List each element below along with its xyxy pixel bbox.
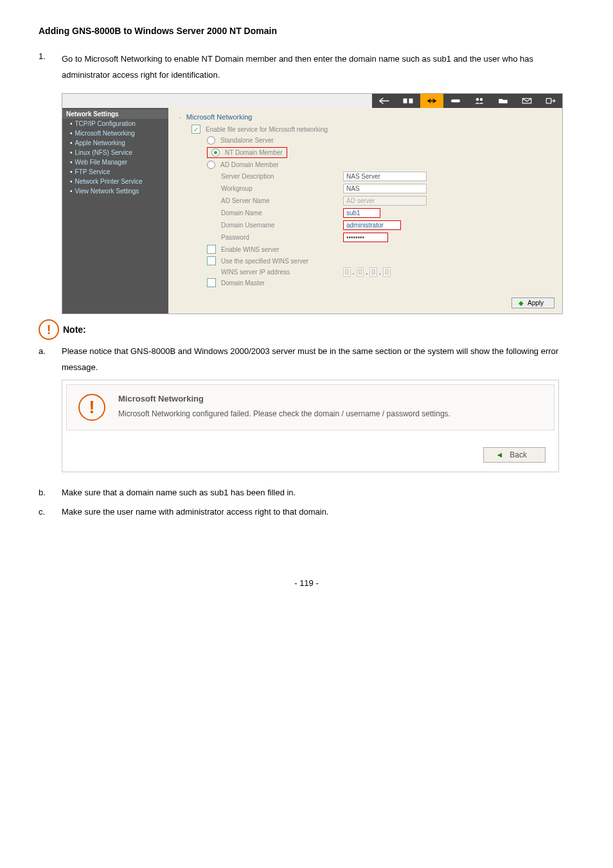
svg-rect-1 bbox=[409, 99, 413, 104]
main-pane: -Microsoft Networking ✓ Enable file serv… bbox=[168, 108, 562, 314]
wins-enable-checkbox[interactable] bbox=[207, 245, 216, 254]
toolbar-icon-drive[interactable] bbox=[443, 94, 467, 108]
domain-master-checkbox[interactable] bbox=[207, 278, 216, 287]
sidebar-header: Network Settings bbox=[62, 109, 168, 119]
letter-c: c. bbox=[39, 504, 51, 520]
server-desc-label: Server Description bbox=[207, 173, 343, 180]
ip-oct-1[interactable]: 0 bbox=[343, 267, 351, 277]
toolbar-icon-exit[interactable] bbox=[538, 94, 562, 108]
toolbar-icon-users[interactable] bbox=[467, 94, 491, 108]
note-c: c. Make sure the user name with administ… bbox=[39, 504, 574, 520]
note-label: Note: bbox=[63, 324, 86, 335]
workgroup-label: Workgroup bbox=[207, 185, 343, 192]
radio-addomain[interactable] bbox=[207, 161, 215, 169]
note-b-text: Make sure that a domain name such as sub… bbox=[62, 485, 296, 501]
letter-a: a. bbox=[39, 344, 51, 375]
sidebar: Network Settings •TCP/IP Configuration •… bbox=[62, 108, 168, 314]
radio-ntdomain[interactable] bbox=[211, 148, 220, 157]
sidebar-item-tcpip[interactable]: •TCP/IP Configuration bbox=[62, 119, 168, 128]
error-body: Microsoft Networking configured failed. … bbox=[118, 409, 542, 420]
svg-point-4 bbox=[480, 98, 483, 102]
sidebar-item-printer[interactable]: •Network Printer Service bbox=[62, 177, 168, 186]
toolbar-icon-network[interactable] bbox=[420, 94, 443, 108]
sidebar-item-msnet[interactable]: •Microsoft Networking bbox=[62, 128, 168, 138]
sidebar-item-ftp[interactable]: •FTP Service bbox=[62, 167, 168, 177]
svg-rect-0 bbox=[404, 99, 407, 104]
ip-oct-4[interactable]: 0 bbox=[383, 267, 391, 277]
domainuser-input[interactable]: administrator bbox=[343, 220, 401, 230]
nt-domain-highlight: NT Domain Member bbox=[207, 147, 287, 158]
sidebar-item-nfs[interactable]: •Linux (NFS) Service bbox=[62, 148, 168, 157]
apply-icon: ◆ bbox=[519, 299, 524, 306]
password-label: Password bbox=[207, 234, 343, 241]
pane-title: -Microsoft Networking bbox=[179, 113, 555, 121]
standalone-label: Standalone Server bbox=[220, 137, 274, 144]
error-heading: Microsoft Networking bbox=[118, 394, 542, 403]
svg-rect-2 bbox=[451, 100, 460, 103]
apply-button[interactable]: ◆Apply bbox=[511, 297, 555, 308]
step-1: 1. Go to Microsoft Networking to enable … bbox=[39, 51, 574, 89]
step-text: Go to Microsoft Networking to enable NT … bbox=[62, 51, 574, 83]
addomain-label: AD Domain Member bbox=[220, 161, 279, 168]
ip-oct-2[interactable]: 0 bbox=[357, 267, 364, 277]
wins-ip-label: WINS server IP address bbox=[207, 269, 343, 276]
app-toolbar bbox=[62, 94, 562, 108]
step-number: 1. bbox=[39, 51, 51, 89]
toolbar-icon-mail[interactable] bbox=[515, 94, 538, 108]
enable-row: ✓ Enable file service for Microsoft netw… bbox=[191, 125, 555, 134]
wins-specified-checkbox[interactable] bbox=[207, 256, 216, 265]
adserver-label: AD Server Name bbox=[207, 197, 343, 204]
domain-master-label: Domain Master bbox=[221, 279, 265, 287]
sidebar-item-web[interactable]: •Web File Manager bbox=[62, 157, 168, 167]
letter-b: b. bbox=[39, 485, 51, 501]
note-a-text: Please notice that GNS-8000B and Windows… bbox=[62, 344, 574, 375]
error-warning-icon: ! bbox=[78, 394, 105, 421]
app-screenshot: Network Settings •TCP/IP Configuration •… bbox=[62, 93, 563, 314]
wins-enable-label: Enable WINS server bbox=[221, 246, 280, 253]
domainname-input[interactable]: sub1 bbox=[343, 208, 380, 218]
back-button[interactable]: ◄Back bbox=[483, 447, 546, 463]
toolbar-icon-nav[interactable] bbox=[372, 94, 396, 108]
note-a: a. Please notice that GNS-8000B and Wind… bbox=[39, 344, 574, 375]
page-title: Adding GNS-8000B to Windows Server 2000 … bbox=[39, 26, 574, 36]
toolbar-icon-disk[interactable] bbox=[396, 94, 420, 108]
toolbar-icon-folder[interactable] bbox=[491, 94, 515, 108]
sidebar-item-apple[interactable]: •Apple Networking bbox=[62, 138, 168, 148]
enable-checkbox[interactable]: ✓ bbox=[191, 125, 200, 134]
page-number: - 119 - bbox=[39, 578, 574, 588]
server-desc-input[interactable]: NAS Server bbox=[343, 172, 427, 181]
back-arrow-icon: ◄ bbox=[495, 450, 503, 459]
enable-label: Enable file service for Microsoft networ… bbox=[206, 126, 328, 133]
workgroup-input[interactable]: NAS bbox=[343, 184, 427, 193]
note-b: b. Make sure that a domain name such as … bbox=[39, 485, 574, 501]
adserver-input[interactable]: AD server bbox=[343, 196, 427, 206]
svg-point-3 bbox=[476, 98, 479, 102]
sidebar-item-view[interactable]: •View Network Settings bbox=[62, 186, 168, 196]
wins-specified-label: Use the specified WINS server bbox=[221, 258, 308, 265]
note-heading: ! Note: bbox=[39, 319, 574, 340]
domainuser-label: Domain Username bbox=[207, 222, 343, 229]
password-input[interactable]: •••••••• bbox=[343, 233, 388, 242]
warning-icon: ! bbox=[39, 319, 59, 340]
svg-rect-6 bbox=[546, 99, 551, 104]
note-c-text: Make sure the user name with administrat… bbox=[62, 504, 328, 520]
radio-standalone[interactable] bbox=[207, 136, 215, 145]
ip-oct-3[interactable]: 0 bbox=[369, 267, 377, 277]
error-panel: ! Microsoft Networking Microsoft Network… bbox=[62, 380, 559, 472]
domainname-label: Domain Name bbox=[207, 209, 343, 217]
ntdomain-label: NT Domain Member bbox=[225, 149, 283, 156]
